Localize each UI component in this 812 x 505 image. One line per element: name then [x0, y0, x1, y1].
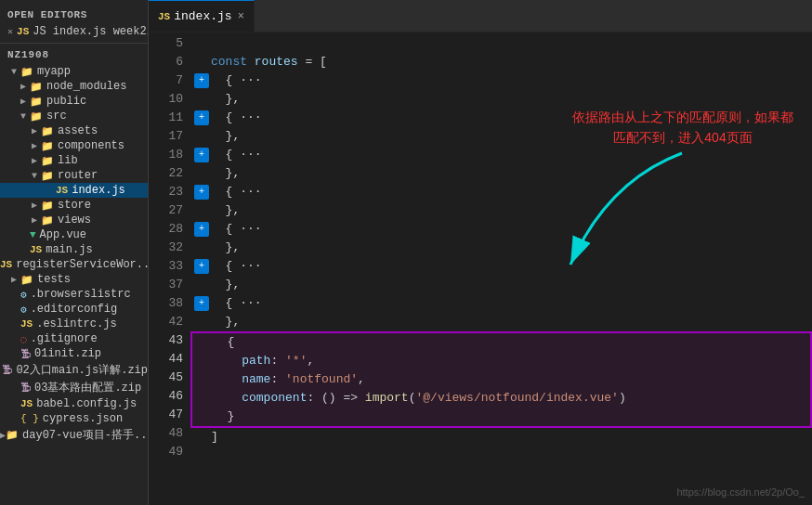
- gutter-5: [194, 34, 211, 53]
- line-num-10: 10: [149, 90, 190, 109]
- code-editor[interactable]: const routes = [ + { ··· }, + { ··· },: [190, 32, 812, 505]
- tree-label-gitignore: .gitignore: [31, 332, 98, 345]
- tree-arrow-assets: ▶: [28, 125, 41, 136]
- line-num-49: 49: [149, 443, 190, 461]
- tab-close-button[interactable]: ×: [238, 10, 244, 23]
- tree-item-eslintrc[interactable]: JS .eslintrc.js: [0, 317, 148, 331]
- line-num-22: 22: [149, 164, 190, 183]
- code-line-47: }: [192, 408, 810, 426]
- tree-item-router[interactable]: ▼ 📁 router: [0, 168, 148, 183]
- tree-item-browserslistrc[interactable]: ⚙ .browserslistrc: [0, 287, 148, 302]
- folder-icon-src: 📁: [30, 110, 43, 123]
- tab-bar: JS index.js ×: [149, 0, 812, 32]
- tree-label-browserslistrc: .browserslistrc: [31, 288, 131, 301]
- line-num-18: 18: [149, 146, 190, 164]
- code-line-17: },: [190, 127, 812, 146]
- folder-icon-lib: 📁: [41, 155, 54, 167]
- js-icon-index: JS: [56, 185, 68, 196]
- tree-item-assets[interactable]: ▶ 📁 assets: [0, 123, 148, 138]
- line-num-48: 48: [149, 424, 190, 443]
- tree-item-lib[interactable]: ▶ 📁 lib: [0, 153, 148, 168]
- tree-item-store[interactable]: ▶ 📁 store: [0, 198, 148, 213]
- gutter-icon-7: +: [194, 73, 209, 88]
- code-line-37: },: [190, 276, 812, 294]
- tree-item-src[interactable]: ▼ 📁 src: [0, 109, 148, 123]
- tree-arrow-tests: ▶: [7, 274, 20, 285]
- folder-icon-day07: 📁: [6, 429, 19, 441]
- watermark: https://blog.csdn.net/2p/Oo_: [676, 483, 805, 501]
- tree-item-01init[interactable]: 🗜 01init.zip: [0, 346, 148, 361]
- line-37-content: },: [211, 276, 240, 294]
- tree-item-editorconfig[interactable]: ⚙ .editorconfig: [0, 302, 148, 317]
- tree-item-index-js[interactable]: JS index.js: [0, 183, 148, 198]
- line-num-23: 23: [149, 183, 190, 201]
- tree-label-store: store: [58, 199, 91, 212]
- line-23-content: { ···: [211, 183, 262, 201]
- tree-item-day07[interactable]: ▶ 📁 day07-vue项目-搭手...: [0, 426, 148, 444]
- tree-item-public[interactable]: ▶ 📁 public: [0, 94, 148, 109]
- tree-arrow-views: ▶: [28, 214, 41, 226]
- tree-item-02main[interactable]: 🗜 02入口main.js详解.zip: [0, 361, 148, 379]
- tree-label-public: public: [46, 95, 86, 108]
- open-editor-item[interactable]: ✕ JS JS index.js week2/day02/m...: [0, 24, 148, 39]
- tree-item-babel[interactable]: JS babel.config.js: [0, 396, 148, 411]
- main-area: JS index.js × 5 6 7 10 11 17 18 22 23 27…: [149, 0, 812, 505]
- tree-label-assets: assets: [58, 124, 98, 137]
- code-line-18: + { ···: [190, 146, 812, 164]
- tree-item-node_modules[interactable]: ▶ 📁 node_modules: [0, 79, 148, 94]
- folder-icon-components: 📁: [41, 140, 54, 152]
- line-num-43: 43: [149, 331, 190, 350]
- line-7-content: { ···: [211, 71, 262, 90]
- line-42-content: },: [211, 313, 240, 331]
- line-47-content: }: [213, 408, 234, 426]
- gutter-icon-28: +: [194, 222, 209, 237]
- gutter-icon-18: +: [194, 148, 209, 162]
- line-num-17: 17: [149, 127, 190, 146]
- tree-item-views[interactable]: ▶ 📁 views: [0, 213, 148, 227]
- tree-item-myapp[interactable]: ▼ 📁 myapp: [0, 64, 148, 79]
- zip-icon-02main: 🗜: [2, 364, 12, 376]
- close-icon[interactable]: ✕: [7, 26, 13, 37]
- folder-icon-public: 📁: [30, 96, 43, 108]
- gutter-43: [196, 333, 213, 352]
- folder-icon-router: 📁: [41, 170, 54, 182]
- tree-label-myapp: myapp: [37, 65, 71, 78]
- gutter-icon-23: +: [194, 185, 209, 200]
- line-38-content: { ···: [211, 294, 262, 313]
- tree-item-main-js[interactable]: JS main.js: [0, 242, 148, 257]
- gutter-32: [194, 239, 211, 257]
- tree-label-03router: 03基本路由配置.zip: [34, 380, 141, 395]
- tree-arrow-router: ▼: [28, 171, 41, 181]
- tree-item-app-vue[interactable]: ▼ App.vue: [0, 227, 148, 242]
- js-icon-register: JS: [0, 259, 12, 270]
- tree-item-03router[interactable]: 🗜 03基本路由配置.zip: [0, 379, 148, 396]
- gutter-27: [194, 201, 211, 220]
- folder-icon-tests: 📁: [20, 274, 33, 286]
- tree-label-day07: day07-vue项目-搭手...: [22, 427, 148, 443]
- line-33-content: { ···: [211, 257, 262, 276]
- line-43-content: {: [213, 333, 234, 352]
- config-icon-editorconfig: ⚙: [20, 304, 27, 316]
- folder-icon-node_modules: 📁: [30, 81, 43, 93]
- sidebar: OPEN EDITORS ✕ JS JS index.js week2/day0…: [0, 0, 149, 505]
- code-line-33: + { ···: [190, 257, 812, 276]
- line-num-32: 32: [149, 239, 190, 257]
- gutter-48: [194, 428, 211, 447]
- tree-item-register-service[interactable]: JS registerServiceWor...: [0, 257, 148, 272]
- tab-index-js[interactable]: JS index.js ×: [149, 0, 255, 32]
- line-22-content: },: [211, 164, 240, 183]
- tree-label-app-vue: App.vue: [40, 228, 86, 241]
- tree-item-gitignore[interactable]: ◌ .gitignore: [0, 331, 148, 346]
- line-num-33: 33: [149, 257, 190, 276]
- tree-arrow-node_modules: ▶: [17, 81, 30, 92]
- zip-icon-03router: 🗜: [20, 382, 31, 394]
- tree-item-cypress[interactable]: { } cypress.json: [0, 411, 148, 426]
- tree-item-tests[interactable]: ▶ 📁 tests: [0, 272, 148, 287]
- code-line-27: },: [190, 201, 812, 220]
- tree-label-router: router: [58, 169, 98, 182]
- gutter-17: [194, 127, 211, 146]
- code-line-22: },: [190, 164, 812, 183]
- gutter-icon-33: +: [194, 259, 209, 274]
- code-line-11: + { ···: [190, 109, 812, 127]
- tree-item-components[interactable]: ▶ 📁 components: [0, 138, 148, 153]
